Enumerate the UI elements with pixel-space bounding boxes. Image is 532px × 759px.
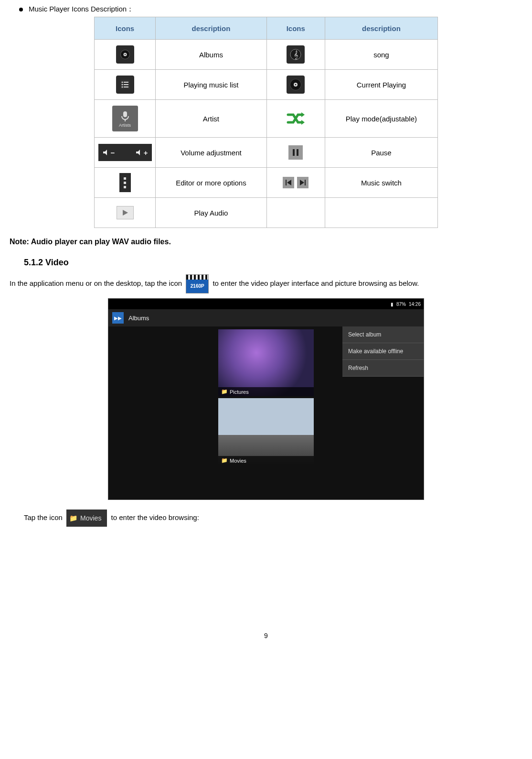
play-desc: Play Audio bbox=[156, 198, 267, 228]
albums-icon-cell bbox=[95, 40, 156, 70]
playlist-desc: Playing music list bbox=[156, 70, 267, 100]
table-row: − + Volume adjustment Pause bbox=[95, 138, 438, 168]
svg-marker-26 bbox=[287, 180, 291, 185]
paragraph-1: In the application menu or on the deskto… bbox=[10, 274, 522, 293]
battery-icon: ▮ bbox=[391, 302, 394, 307]
para2-part-a: Tap the icon bbox=[24, 513, 63, 521]
empty-desc bbox=[325, 198, 437, 228]
video-app-icon: 2160P bbox=[186, 274, 209, 293]
movies-label: Movies bbox=[230, 458, 246, 464]
playlist-icon-cell bbox=[95, 70, 156, 100]
treble-clef-icon: 𝄞 bbox=[290, 49, 301, 60]
svg-marker-22 bbox=[136, 150, 140, 155]
more-icon-cell bbox=[95, 168, 156, 198]
song-icon-cell: 𝄞 bbox=[266, 40, 325, 70]
albums-icon bbox=[116, 45, 134, 64]
paragraph-2: Tap the icon 📁 Movies to enter the video… bbox=[24, 510, 522, 527]
section-bullet: Music Player Icons Description： bbox=[19, 5, 522, 14]
more-desc: Editor or more options bbox=[156, 168, 267, 198]
context-menu: Select album Make available offline Refr… bbox=[342, 326, 424, 377]
folder-icon: 📁 bbox=[221, 389, 228, 395]
svg-rect-24 bbox=[297, 149, 298, 156]
app-logo-icon: ▶▶ bbox=[112, 312, 124, 324]
menu-make-offline[interactable]: Make available offline bbox=[342, 343, 424, 360]
pause-icon bbox=[288, 145, 303, 160]
pictures-thumbnail[interactable]: 📁 Pictures bbox=[218, 329, 314, 396]
next-track-icon bbox=[297, 177, 309, 188]
artist-icon: Artists bbox=[112, 106, 138, 131]
th-icons-2: Icons bbox=[266, 17, 325, 40]
list-icon bbox=[119, 79, 131, 90]
app-header: ▶▶ Albums bbox=[108, 309, 424, 326]
th-desc-2: description bbox=[325, 17, 437, 40]
volume-up-icon: + bbox=[135, 149, 148, 157]
svg-marker-27 bbox=[300, 180, 304, 185]
music-switch-icon bbox=[283, 177, 309, 188]
svg-rect-8 bbox=[124, 82, 128, 83]
svg-point-7 bbox=[121, 82, 123, 83]
svg-text:𝄞: 𝄞 bbox=[294, 50, 298, 60]
pause-desc: Pause bbox=[325, 138, 437, 168]
prev-track-icon bbox=[283, 177, 294, 188]
shuffle-icon bbox=[286, 110, 305, 127]
movies-chip-label: Movies bbox=[80, 511, 101, 525]
volume-icon-cell: − + bbox=[95, 138, 156, 168]
svg-point-3 bbox=[124, 54, 126, 55]
svg-marker-19 bbox=[301, 112, 305, 117]
song-icon: 𝄞 bbox=[287, 45, 305, 64]
movies-thumbnail[interactable]: 📁 Movies bbox=[218, 398, 314, 465]
disc-icon bbox=[119, 49, 131, 60]
shuffle-arrows-icon bbox=[287, 111, 305, 126]
play-triangle-icon bbox=[121, 209, 129, 217]
menu-select-album[interactable]: Select album bbox=[342, 326, 424, 343]
shuffle-desc: Play mode(adjustable) bbox=[325, 100, 437, 138]
mic-icon bbox=[118, 109, 132, 123]
pause-bars-icon bbox=[291, 148, 300, 157]
pause-icon-cell bbox=[266, 138, 325, 168]
svg-rect-10 bbox=[124, 84, 128, 85]
more-options-icon bbox=[119, 173, 131, 192]
song-desc: song bbox=[325, 40, 437, 70]
svg-rect-23 bbox=[293, 149, 295, 156]
table-row: Play Audio bbox=[95, 198, 438, 228]
table-row: Albums 𝄞 song bbox=[95, 40, 438, 70]
svg-point-16 bbox=[295, 84, 297, 86]
para1-part-a: In the application menu or on the deskto… bbox=[10, 279, 182, 287]
empty-icon-cell bbox=[266, 198, 325, 228]
video-player-screenshot: ▮ 87% 14:26 ▶▶ Albums 📁 Pictures 📁 Movie… bbox=[108, 298, 424, 500]
svg-point-11 bbox=[121, 87, 123, 88]
shuffle-icon-cell bbox=[266, 100, 325, 138]
volume-down-icon: − bbox=[102, 149, 115, 157]
svg-marker-29 bbox=[123, 210, 128, 216]
svg-point-9 bbox=[121, 84, 123, 86]
switch-desc: Music switch bbox=[325, 168, 437, 198]
play-audio-icon bbox=[117, 206, 134, 219]
time-text: 14:26 bbox=[409, 302, 421, 307]
section-heading: 5.1.2 Video bbox=[24, 258, 522, 268]
table-row: Artists Artist Play mode(adjustable) bbox=[95, 100, 438, 138]
artist-icon-cell: Artists bbox=[95, 100, 156, 138]
th-icons-1: Icons bbox=[95, 17, 156, 40]
svg-marker-20 bbox=[301, 120, 305, 125]
para2-part-b: to enter the video browsing: bbox=[111, 513, 199, 521]
menu-refresh[interactable]: Refresh bbox=[342, 360, 424, 377]
svg-rect-28 bbox=[305, 180, 306, 185]
current-playing-icon-cell bbox=[266, 70, 325, 100]
current-playing-desc: Current Playing bbox=[325, 70, 437, 100]
svg-rect-18 bbox=[125, 119, 126, 121]
page-number: 9 bbox=[10, 632, 522, 640]
play-icon-cell bbox=[95, 198, 156, 228]
table-row: Playing music list Current Playing bbox=[95, 70, 438, 100]
battery-text: 87% bbox=[396, 302, 406, 307]
svg-rect-25 bbox=[286, 180, 287, 185]
header-title: Albums bbox=[128, 314, 149, 322]
folder-icon: 📁 bbox=[221, 457, 228, 464]
current-playing-icon bbox=[287, 76, 305, 94]
svg-rect-17 bbox=[123, 111, 127, 117]
switch-icon-cell bbox=[266, 168, 325, 198]
status-bar: ▮ 87% 14:26 bbox=[108, 299, 424, 309]
pictures-label: Pictures bbox=[230, 389, 249, 395]
svg-rect-12 bbox=[124, 87, 128, 87]
movies-folder-chip: 📁 Movies bbox=[66, 510, 107, 527]
record-icon bbox=[289, 78, 302, 91]
